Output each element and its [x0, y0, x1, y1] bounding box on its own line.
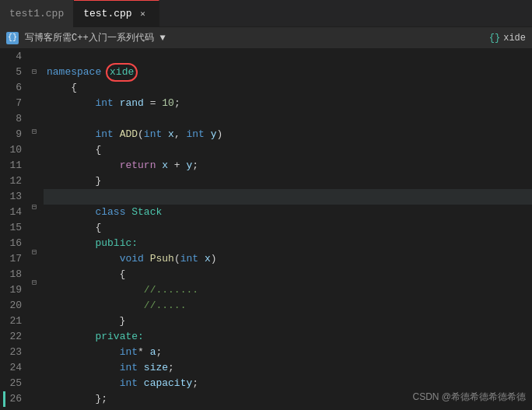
line-num: 15: [3, 220, 22, 236]
token: ;: [168, 360, 174, 376]
line-num: 20: [3, 298, 22, 314]
token: [47, 360, 120, 376]
code-line: [44, 49, 532, 65]
breadcrumb-dropdown-arrow[interactable]: ▼: [160, 33, 166, 44]
token: y: [211, 127, 217, 142]
fold-cell: [28, 109, 40, 124]
breadcrumb-text: 写博客所需C++入门一系列代码: [25, 31, 154, 44]
token: [47, 282, 144, 298]
token: //.....: [144, 298, 187, 314]
token: ADD: [120, 127, 138, 142]
tab-test-label: test.cpp: [83, 8, 131, 19]
token: [156, 158, 162, 173]
code-line: {: [44, 142, 532, 158]
fold-cell[interactable]: ⊟: [28, 275, 40, 289]
tab-close-icon[interactable]: ✕: [137, 8, 149, 20]
code-line: return x + y;: [44, 158, 532, 173]
token: ): [217, 127, 223, 142]
line-num: 22: [3, 329, 22, 345]
line-num: 6: [3, 80, 22, 96]
code-line: //.......: [44, 282, 532, 298]
token: [47, 158, 120, 173]
token: x: [168, 127, 174, 142]
line-num: 10: [3, 142, 22, 158]
token: [114, 127, 120, 142]
token: [47, 127, 95, 142]
token: {: [47, 80, 77, 96]
token: //.......: [144, 282, 198, 298]
code-line: int* a;: [44, 345, 532, 360]
token: [162, 127, 168, 142]
tab-test[interactable]: test.cpp ✕: [74, 0, 159, 27]
tab-test1[interactable]: test1.cpp: [0, 0, 74, 27]
line-num: 27: [3, 407, 22, 410]
fold-cell: [28, 289, 40, 304]
token: [114, 96, 120, 111]
token: *: [138, 345, 150, 360]
token: int: [95, 96, 113, 111]
breadcrumb-symbol: {} xide: [489, 33, 526, 44]
code-line: class Stack: [44, 205, 532, 220]
code-line: int rand = 10;: [44, 96, 532, 111]
code-content[interactable]: namespace xide { int rand = 10; int ADD(…: [40, 49, 532, 410]
code-line: public:: [44, 236, 532, 251]
token: ;: [192, 158, 198, 173]
fold-gutter: ⊟⊟⊟⊟⊟: [28, 49, 40, 410]
token: capacity: [144, 376, 192, 391]
token: return: [120, 158, 156, 173]
fold-cell[interactable]: ⊟: [28, 244, 40, 259]
fold-cell: [28, 49, 40, 64]
token: [47, 205, 95, 220]
fold-cell: [28, 260, 40, 275]
code-line: private:: [44, 329, 532, 345]
code-line: {: [44, 80, 532, 96]
fold-cell[interactable]: ⊟: [28, 124, 40, 139]
token: [47, 345, 120, 360]
fold-cell: [28, 170, 40, 184]
token: class: [95, 205, 125, 220]
token: size: [144, 360, 168, 376]
line-num: 21: [3, 314, 22, 329]
line-num: 8: [3, 111, 22, 127]
fold-cell[interactable]: ⊟: [28, 199, 40, 214]
token: int: [120, 376, 138, 391]
token: ;: [192, 376, 198, 391]
token: };: [47, 391, 107, 407]
token: [144, 251, 150, 267]
breadcrumb-braces: {}: [489, 33, 500, 44]
token: rand: [120, 96, 144, 111]
fold-cell: [28, 94, 40, 109]
token: [101, 65, 107, 80]
line-num: 25: [3, 376, 22, 391]
line-num: 16: [3, 236, 22, 251]
fold-cell: [28, 395, 40, 410]
breadcrumb-bar: {} 写博客所需C++入门一系列代码 ▼ {} xide: [0, 27, 532, 49]
token: y: [186, 158, 192, 173]
token: [47, 236, 95, 251]
fold-cell: [28, 215, 40, 230]
token: [138, 360, 144, 376]
code-line: int capacity;: [44, 376, 532, 391]
fold-cell: [28, 230, 40, 244]
code-line: [44, 111, 532, 127]
token: +: [168, 158, 186, 173]
token: }: [47, 314, 125, 329]
code-line: //.....: [44, 298, 532, 314]
fold-cell: [28, 335, 40, 349]
token: ,: [174, 127, 187, 142]
token: [47, 376, 120, 391]
line-num: 13: [3, 189, 22, 205]
token: [47, 329, 95, 345]
code-line: int ADD(int x, int y): [44, 127, 532, 142]
fold-cell: [28, 79, 40, 94]
token: (: [174, 251, 180, 267]
token: [138, 376, 144, 391]
fold-cell[interactable]: ⊟: [28, 64, 40, 79]
token: [47, 251, 120, 267]
line-num: 4: [3, 49, 22, 65]
token: Stack: [131, 205, 162, 220]
code-area: 4567891011121314151617181920212223242526…: [0, 49, 532, 410]
token: private:: [95, 329, 143, 345]
namespace-highlight: xide: [107, 65, 136, 80]
fold-cell: [28, 139, 40, 154]
